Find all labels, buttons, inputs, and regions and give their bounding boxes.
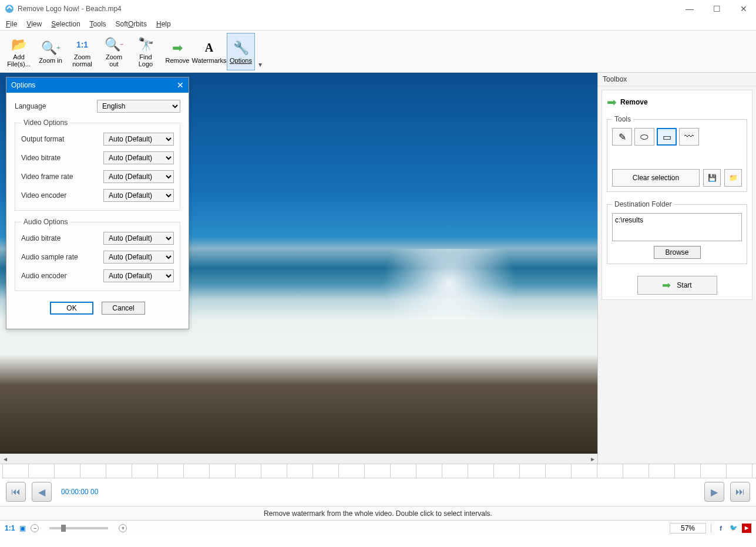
zoom-in-icon: 🔍+ [41,39,61,57]
zoom-slider[interactable] [49,527,108,529]
options-dialog: Options ✕ Language English Video Options… [6,77,189,329]
folder-icon: 📂 [11,36,27,53]
menu-tools[interactable]: Tools [90,20,106,28]
destination-group: Destination Folder c:\results Browse [607,200,747,264]
audio-bitrate-select[interactable]: Auto (Default) [103,232,174,245]
video-framerate-label: Video frame rate [21,173,103,181]
scroll-left-icon[interactable]: ◂ [0,455,10,463]
twitter-icon[interactable]: 🐦 [729,524,738,533]
clear-selection-button[interactable]: Clear selection [612,169,700,187]
load-selection-button[interactable]: 📁 [724,169,742,187]
find-logo-button[interactable]: 🔭 Find Logo [132,33,160,70]
output-format-label: Output format [21,135,103,143]
timeline: ⏮ ◀ 00:00:00 00 ▶ ⏭ [0,464,756,506]
eraser-tool[interactable]: ⬭ [634,128,654,146]
facebook-icon[interactable]: f [716,524,725,533]
menu-softorbits[interactable]: SoftOrbits [116,20,147,28]
tools-group: Tools ✎ ⬭ ▭ 〰 Clear selection 💾 📁 [607,115,747,192]
fit-screen-icon[interactable]: ▣ [19,524,26,532]
zoom-plus-button[interactable]: + [119,524,127,532]
binoculars-icon: 🔭 [138,36,154,53]
step-forward-button[interactable]: ▶ [704,482,724,502]
scroll-right-icon[interactable]: ▸ [587,455,597,463]
prev-keyframe-button[interactable]: ⏮ [6,482,26,502]
zoom-normal-icon: 1:1 [76,36,88,53]
video-encoder-label: Video encoder [21,191,103,200]
freeform-tool[interactable]: 〰 [679,128,699,146]
output-format-select[interactable]: Auto (Default) [103,133,174,146]
horizontal-scrollbar[interactable]: ◂ ▸ [0,454,597,464]
zoom-normal-button[interactable]: 1:1 Zoom normal [68,33,96,70]
pencil-tool[interactable]: ✎ [612,128,632,146]
tools-legend: Tools [612,115,633,123]
title-bar: Remove Logo Now! - Beach.mp4 — ☐ ✕ [0,0,756,18]
video-framerate-select[interactable]: Auto (Default) [103,170,174,183]
menu-help[interactable]: Help [156,20,171,28]
watermarks-button[interactable]: A Watermarks [195,33,223,70]
arrow-right-icon: ➡ [607,95,617,109]
audio-samplerate-label: Audio sample rate [21,253,103,261]
window-title: Remove Logo Now! - Beach.mp4 [18,5,682,13]
audio-encoder-label: Audio encoder [21,272,103,280]
browse-button[interactable]: Browse [654,246,701,259]
maximize-button[interactable]: ☐ [709,4,724,13]
close-button[interactable]: ✕ [736,4,751,13]
next-keyframe-button[interactable]: ⏭ [730,482,750,502]
ok-button[interactable]: OK [50,302,93,315]
language-select[interactable]: English [97,100,180,113]
youtube-icon[interactable]: ▶ [742,524,751,533]
remove-button[interactable]: ➡ Remove [163,33,191,70]
zoom-in-button[interactable]: 🔍+ Zoom in [36,33,65,70]
dialog-close-button[interactable]: ✕ [177,80,184,90]
destination-legend: Destination Folder [612,200,674,208]
sun-glare [361,249,537,319]
rect-select-tool[interactable]: ▭ [657,128,677,146]
audio-encoder-select[interactable]: Auto (Default) [103,269,174,282]
options-button[interactable]: 🔧 Options [227,33,255,70]
zoom-mode-label[interactable]: 1:1 [5,524,15,532]
start-button[interactable]: ➡ Start [637,276,717,295]
video-bitrate-label: Video bitrate [21,154,103,162]
language-label: Language [15,102,97,110]
minimize-button[interactable]: — [682,4,697,13]
arrow-right-icon: ➡ [662,279,671,292]
menu-view[interactable]: View [26,20,42,28]
progress-percent: 57% [670,523,706,534]
zoom-out-button[interactable]: 🔍− Zoom out [100,33,128,70]
dialog-title: Options [11,81,177,89]
wrench-icon: 🔧 [233,39,249,57]
step-back-button[interactable]: ◀ [32,482,52,502]
audio-options-group: Audio Options Audio bitrateAuto (Default… [15,218,180,291]
timecode: 00:00:00 00 [61,488,98,496]
zoom-out-icon: 🔍− [105,36,124,53]
arrow-right-icon: ➡ [172,39,183,57]
toolbar: 📂 Add File(s)... 🔍+ Zoom in 1:1 Zoom nor… [0,31,756,73]
timeline-ruler[interactable] [2,464,756,478]
video-options-group: Video Options Output formatAuto (Default… [15,119,180,211]
cancel-button[interactable]: Cancel [102,302,145,315]
video-encoder-select[interactable]: Auto (Default) [103,189,174,202]
audio-bitrate-label: Audio bitrate [21,234,103,242]
app-icon [5,4,14,13]
status-bar: 1:1 ▣ − + 57% f 🐦 ▶ [0,520,756,535]
hint-bar: Remove watermark from the whole video. D… [0,506,756,520]
zoom-slider-thumb[interactable] [61,525,66,532]
destination-path[interactable]: c:\results [612,213,742,241]
audio-samplerate-select[interactable]: Auto (Default) [103,251,174,264]
video-options-legend: Video Options [21,119,70,127]
toolbox-panel: Toolbox ➡ Remove Tools ✎ ⬭ ▭ 〰 Clear sel… [597,73,756,464]
audio-options-legend: Audio Options [21,218,70,226]
video-bitrate-select[interactable]: Auto (Default) [103,151,174,164]
save-selection-button[interactable]: 💾 [703,169,721,187]
menu-selection[interactable]: Selection [51,20,80,28]
menu-file[interactable]: File [6,20,17,28]
toolbox-title: Toolbox [598,73,756,86]
toolbar-overflow-icon[interactable]: ▾ [258,60,262,69]
add-files-button[interactable]: 📂 Add File(s)... [5,33,33,70]
zoom-minus-button[interactable]: − [31,524,39,532]
menu-bar: File View Selection Tools SoftOrbits Hel… [0,18,756,31]
text-icon: A [205,39,213,57]
toolbox-header: Remove [620,98,648,106]
